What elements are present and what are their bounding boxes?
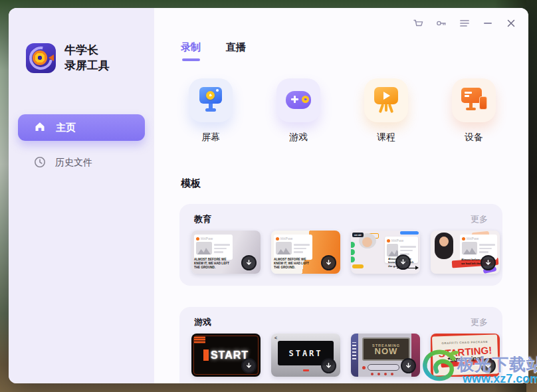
sidebar-item-label: 历史文件 [55,157,92,169]
templates-title: 模板 [181,177,201,190]
action-label: 屏幕 [189,132,233,144]
close-icon[interactable] [506,18,516,29]
course-record-icon [364,78,408,122]
action-screen[interactable]: 屏幕 [189,78,233,144]
screen-record-icon [189,78,233,122]
minimize-icon[interactable] [483,18,493,29]
app-window: 牛学长 录屏工具 主页 历史文件 [9,8,528,383]
template-thumbnail[interactable]: GRAFFITI CHAO PACKAGE STARTING! *streami… [431,334,500,377]
app-logo-icon [26,43,56,73]
download-button[interactable] [395,254,411,270]
download-arrow-icon [245,259,253,266]
template-thumbnail[interactable]: STREAMING NOW [351,334,420,377]
desktop-wallpaper: 牛学长 录屏工具 主页 历史文件 [0,0,537,392]
sidebar-item-history[interactable]: 历史文件 [9,149,154,176]
download-arrow-icon [325,362,332,369]
template-section-game: 游戏 更多 START < START [179,307,502,383]
download-button[interactable] [321,255,336,270]
template-thumbnail[interactable]: < START [271,334,340,377]
download-arrow-icon [325,259,332,266]
download-arrow-icon [399,258,407,266]
section-title: 教育 [194,213,211,225]
more-link[interactable]: 更多 [471,213,488,225]
more-link[interactable]: 更多 [471,316,488,328]
action-game[interactable]: 游戏 [276,78,320,144]
sidebar-item-label: 主页 [56,122,76,134]
education-thumbnails: HitPaw ALMOST BEFORE WE KNEW IT, WE HAD … [191,231,500,274]
sidebar-item-home[interactable]: 主页 [18,114,145,141]
titlebar [413,8,528,39]
app-logo-row: 牛学长 录屏工具 [9,43,154,73]
tab-record[interactable]: 录制 [181,41,201,61]
download-button[interactable] [241,255,257,270]
game-record-icon [276,78,320,122]
download-button[interactable] [321,358,336,373]
template-thumbnail[interactable]: HitPaw ALMOST BEFORE WE KNEW IT, WE HAD … [271,231,340,274]
template-section-education: 教育 更多 HitPaw ALMOST BEFORE WE KNEW IT, W… [179,204,502,286]
download-button[interactable] [241,358,257,373]
download-arrow-icon [405,362,412,369]
download-button[interactable] [401,358,416,373]
template-thumbnail[interactable]: START [191,334,261,377]
action-course[interactable]: 课程 [364,78,408,144]
key-icon[interactable] [436,18,447,29]
menu-icon[interactable] [459,18,470,29]
quick-actions: 屏幕 游戏 课程 设备 [189,78,496,144]
app-title-line1: 牛学长 [64,43,110,58]
template-thumbnail[interactable]: HitPaw Almost before we knew it, we had … [431,231,500,274]
home-icon [34,121,46,134]
main-content: 录制 直播 屏幕 游戏 [154,8,528,383]
action-label: 游戏 [276,132,320,144]
download-arrow-icon [245,362,253,369]
section-title: 游戏 [194,316,211,328]
tab-bar: 录制 直播 [181,41,246,61]
download-arrow-icon [484,362,492,369]
action-device[interactable]: 设备 [452,78,496,144]
download-button[interactable] [481,358,496,373]
sidebar: 牛学长 录屏工具 主页 历史文件 [9,8,154,383]
device-record-icon [452,78,496,122]
game-thumbnails: START < START [191,334,500,377]
clock-icon [34,156,46,170]
cart-icon[interactable] [413,18,423,29]
template-thumbnail[interactable]: HitPaw ALMOST BEFORE WE KNEW IT, WE HAD … [191,231,261,274]
action-label: 课程 [364,132,408,144]
template-thumbnail[interactable]: on air HitPaw Almost before we knew it, … [351,231,420,274]
download-button[interactable] [481,255,496,270]
download-arrow-icon [484,259,492,266]
sidebar-nav: 主页 历史文件 [9,114,154,176]
app-title: 牛学长 录屏工具 [64,43,110,73]
action-label: 设备 [452,132,496,144]
app-title-line2: 录屏工具 [64,58,110,73]
tab-live[interactable]: 直播 [226,41,246,61]
